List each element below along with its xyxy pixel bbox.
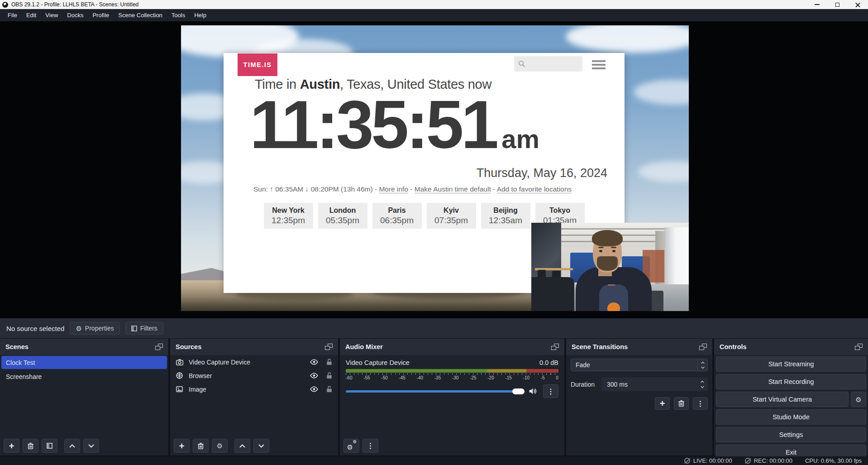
sun-link[interactable]: More info	[379, 185, 408, 193]
lock-icon[interactable]	[326, 386, 332, 393]
world-clock[interactable]: New York 12:35pm	[264, 203, 313, 229]
source-properties-button[interactable]: ⚙	[212, 439, 228, 453]
menu-item[interactable]: Tools	[167, 9, 190, 21]
audio-mixer-body: Video Capture Device 0.0 dB -60-55-50-45…	[340, 355, 564, 455]
source-label: Browser	[189, 372, 305, 379]
popout-icon[interactable]	[855, 344, 863, 350]
move-source-up-button[interactable]	[234, 439, 250, 453]
kebab-icon: ⋮	[697, 399, 704, 408]
move-source-down-button[interactable]	[253, 439, 269, 453]
hamburger-menu-icon[interactable]	[592, 60, 606, 69]
menu-item[interactable]: Docks	[62, 9, 88, 21]
add-transition-button[interactable]: +	[655, 397, 670, 410]
volume-slider-handle[interactable]	[512, 388, 525, 394]
lock-icon[interactable]	[326, 372, 332, 379]
transition-select-arrows[interactable]	[697, 359, 707, 371]
minimize-button[interactable]	[807, 0, 827, 9]
mixer-channel-menu-button[interactable]: ⋮	[543, 384, 558, 398]
start-virtual-camera-button[interactable]: Start Virtual Camera	[716, 392, 849, 407]
speaker-icon[interactable]	[529, 388, 537, 395]
start-recording-button[interactable]: Start Recording	[716, 374, 866, 389]
world-clock[interactable]: Paris 06:35pm	[372, 203, 422, 229]
settings-button[interactable]: Settings	[716, 427, 866, 442]
search-input[interactable]	[514, 56, 582, 72]
world-clock-city: New York	[264, 206, 313, 215]
properties-button[interactable]: ⚙ Properties	[70, 322, 119, 335]
sun-link[interactable]: Make Austin time default	[415, 185, 491, 193]
virtual-camera-settings-button[interactable]: ⚙	[851, 392, 866, 407]
obs-logo-icon	[2, 2, 8, 8]
chevron-up-icon	[701, 380, 704, 384]
visibility-eye-icon[interactable]	[310, 373, 318, 379]
popout-icon[interactable]	[155, 344, 163, 350]
world-clock-time: 06:35pm	[372, 216, 422, 225]
menu-item[interactable]: Edit	[22, 9, 41, 21]
plus-icon: +	[9, 441, 14, 451]
world-clock-time: 07:35pm	[427, 216, 476, 225]
transition-select[interactable]: Fade	[571, 359, 708, 371]
world-clock[interactable]: London 05:35pm	[318, 203, 367, 229]
world-clock[interactable]: Beijing 12:35am	[481, 203, 530, 229]
duration-spinbox[interactable]: 300 ms	[601, 377, 708, 391]
source-item[interactable]: Image	[172, 383, 337, 396]
add-source-button[interactable]: +	[174, 439, 190, 453]
sources-panel-header[interactable]: Sources	[170, 339, 338, 355]
menu-item[interactable]: File	[3, 9, 22, 21]
source-item[interactable]: Browser	[172, 369, 337, 382]
filters-button[interactable]: Filters	[125, 322, 163, 335]
menu-item[interactable]: Scene Collection	[114, 9, 167, 21]
maximize-button[interactable]	[827, 0, 848, 9]
add-scene-button[interactable]: +	[4, 439, 19, 453]
scene-item[interactable]: Clock Test	[1, 356, 167, 369]
mixer-menu-button[interactable]: ⋮	[362, 439, 378, 453]
globe-icon	[176, 372, 184, 379]
visibility-eye-icon[interactable]	[310, 386, 318, 392]
gear-icon: ⚙	[76, 325, 81, 332]
visibility-eye-icon[interactable]	[310, 359, 318, 365]
source-context-bar: No source selected ⚙ Properties Filters	[0, 318, 868, 338]
meter-tick-marks	[346, 373, 558, 375]
person-shirt	[599, 284, 628, 311]
controls-header[interactable]: Controls	[714, 339, 868, 355]
cloud	[638, 161, 689, 182]
popout-icon[interactable]	[699, 344, 707, 350]
popout-icon[interactable]	[551, 344, 559, 350]
cpu-status: CPU: 0.6%, 30.00 fps	[805, 457, 862, 464]
world-clock[interactable]: Kyiv 07:35pm	[427, 203, 476, 229]
scenes-panel-header[interactable]: Scenes	[0, 339, 168, 355]
popout-icon[interactable]	[325, 344, 333, 350]
filter-icon	[47, 443, 52, 449]
chevron-up-icon	[701, 361, 705, 364]
transition-properties-button[interactable]: ⋮	[693, 397, 708, 410]
duration-label: Duration	[571, 381, 597, 388]
studio-mode-button[interactable]: Studio Mode	[716, 409, 866, 425]
meter-tick-label: -60	[346, 375, 352, 380]
close-button[interactable]	[848, 0, 868, 9]
meter-tick-label: -40	[417, 375, 423, 380]
menu-item[interactable]: Profile	[88, 9, 114, 21]
remove-scene-button[interactable]	[23, 439, 38, 453]
mixer-toolbar: ⚙⚙ ⋮	[343, 439, 378, 453]
menu-item[interactable]: View	[41, 9, 62, 21]
duration-spin-arrows[interactable]	[697, 380, 708, 389]
scene-item[interactable]: Screenshare	[1, 370, 167, 383]
volume-slider[interactable]	[346, 390, 525, 393]
audio-mixer-header[interactable]: Audio Mixer	[340, 339, 564, 355]
scene-transitions-panel: Scene Transitions Fade Duration	[566, 339, 712, 455]
start-streaming-button[interactable]: Start Streaming	[716, 356, 866, 372]
sun-link[interactable]: Add to favorite locations	[497, 185, 572, 193]
menu-item[interactable]: Help	[190, 9, 211, 21]
move-scene-up-button[interactable]	[64, 439, 80, 453]
timeis-logo[interactable]: TIME.IS	[238, 53, 277, 76]
transitions-header[interactable]: Scene Transitions	[566, 339, 712, 355]
remove-transition-button[interactable]	[674, 397, 689, 410]
program-canvas[interactable]: TIME.IS Time in Austin, Texas, United St…	[181, 25, 689, 311]
preview-region[interactable]: TIME.IS Time in Austin, Texas, United St…	[0, 21, 868, 318]
maximize-icon	[835, 3, 839, 7]
lock-icon[interactable]	[326, 359, 332, 365]
advanced-audio-button[interactable]: ⚙⚙	[343, 439, 359, 453]
source-item[interactable]: Video Capture Device	[172, 355, 337, 369]
remove-source-button[interactable]	[193, 439, 209, 453]
scene-filters-button[interactable]	[42, 439, 57, 453]
move-scene-down-button[interactable]	[83, 439, 99, 453]
